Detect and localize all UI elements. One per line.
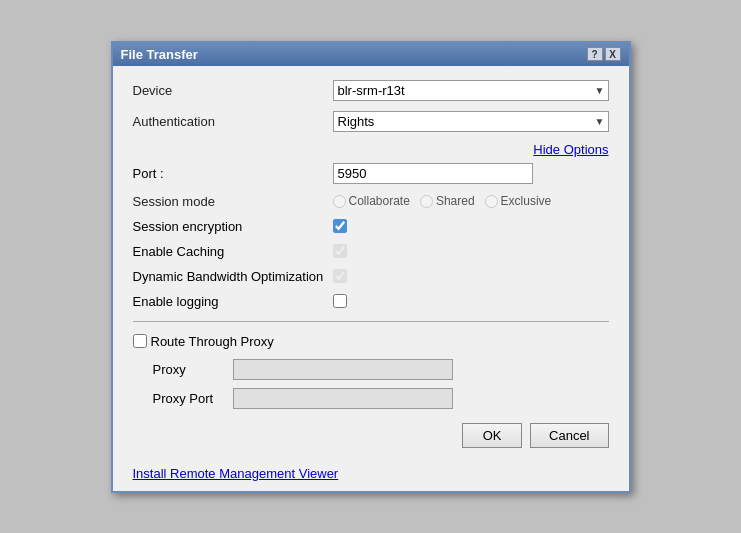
session-encryption-wrap [333, 219, 609, 233]
proxy-label: Proxy [153, 362, 233, 377]
shared-radio-label: Shared [420, 194, 475, 208]
close-button[interactable]: X [605, 47, 621, 61]
route-through-proxy-checkbox[interactable] [133, 334, 147, 348]
enable-caching-row: Enable Caching [133, 244, 609, 259]
session-encryption-checkbox[interactable] [333, 219, 347, 233]
dynamic-bandwidth-wrap [333, 269, 609, 283]
hide-options-link[interactable]: Hide Options [133, 142, 609, 157]
session-mode-row: Session mode Collaborate Shared Exclusiv… [133, 194, 609, 209]
exclusive-label: Exclusive [501, 194, 552, 208]
route-through-proxy-row: Route Through Proxy [133, 334, 609, 349]
titlebar: File Transfer ? X [113, 43, 629, 66]
device-row: Device blr-srm-r13t [133, 80, 609, 101]
enable-logging-wrap [333, 294, 609, 308]
collaborate-label: Collaborate [349, 194, 410, 208]
help-button[interactable]: ? [587, 47, 603, 61]
dynamic-bandwidth-label: Dynamic Bandwidth Optimization [133, 269, 333, 284]
port-label: Port : [133, 166, 333, 181]
dynamic-bandwidth-checkbox[interactable] [333, 269, 347, 283]
titlebar-buttons: ? X [587, 47, 621, 61]
proxy-port-input[interactable] [233, 388, 453, 409]
collaborate-radio-label: Collaborate [333, 194, 410, 208]
dialog-title: File Transfer [121, 47, 198, 62]
enable-logging-row: Enable logging [133, 294, 609, 309]
install-viewer-link[interactable]: Install Remote Management Viewer [133, 466, 339, 489]
authentication-row: Authentication Rights [133, 111, 609, 132]
authentication-select[interactable]: Rights [333, 111, 609, 132]
bottom-section: Install Remote Management Viewer [113, 466, 629, 491]
dynamic-bandwidth-row: Dynamic Bandwidth Optimization [133, 269, 609, 284]
session-mode-options: Collaborate Shared Exclusive [333, 194, 609, 208]
proxy-port-row: Proxy Port [133, 388, 609, 409]
enable-caching-wrap [333, 244, 609, 258]
shared-label: Shared [436, 194, 475, 208]
ok-button[interactable]: OK [462, 423, 522, 448]
proxy-input[interactable] [233, 359, 453, 380]
session-mode-label: Session mode [133, 194, 333, 209]
proxy-port-label: Proxy Port [153, 391, 233, 406]
route-through-proxy-label: Route Through Proxy [133, 334, 274, 349]
device-select[interactable]: blr-srm-r13t [333, 80, 609, 101]
shared-radio[interactable] [420, 195, 433, 208]
enable-logging-label: Enable logging [133, 294, 333, 309]
route-through-proxy-text: Route Through Proxy [151, 334, 274, 349]
exclusive-radio[interactable] [485, 195, 498, 208]
exclusive-radio-label: Exclusive [485, 194, 552, 208]
section-divider [133, 321, 609, 322]
enable-caching-checkbox[interactable] [333, 244, 347, 258]
port-input[interactable] [333, 163, 533, 184]
port-row: Port : [133, 163, 609, 184]
form-content: Device blr-srm-r13t Authentication Right… [113, 66, 629, 466]
enable-logging-checkbox[interactable] [333, 294, 347, 308]
collaborate-radio[interactable] [333, 195, 346, 208]
cancel-button[interactable]: Cancel [530, 423, 608, 448]
authentication-label: Authentication [133, 114, 333, 129]
authentication-select-wrapper: Rights [333, 111, 609, 132]
dialog-buttons: OK Cancel [133, 423, 609, 448]
device-label: Device [133, 83, 333, 98]
session-encryption-label: Session encryption [133, 219, 333, 234]
enable-caching-label: Enable Caching [133, 244, 333, 259]
device-select-wrapper: blr-srm-r13t [333, 80, 609, 101]
session-encryption-row: Session encryption [133, 219, 609, 234]
file-transfer-dialog: File Transfer ? X Device blr-srm-r13t Au… [111, 41, 631, 493]
session-mode-radio-group: Collaborate Shared Exclusive [333, 194, 552, 208]
proxy-row: Proxy [133, 359, 609, 380]
